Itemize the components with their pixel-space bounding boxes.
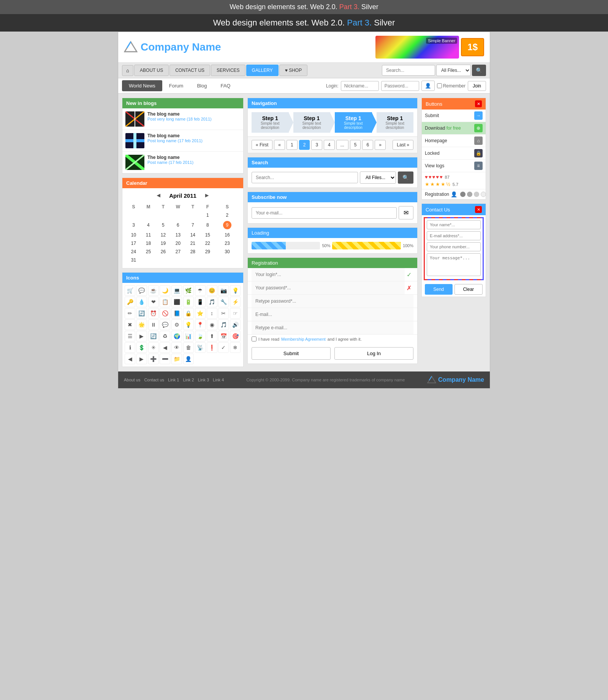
tab-blog[interactable]: Blog <box>190 80 214 91</box>
icon-clock[interactable]: ⏰ <box>148 308 159 319</box>
footer-link-2[interactable]: Link 2 <box>183 378 194 382</box>
search-mid-input[interactable] <box>252 172 358 183</box>
icon-right[interactable]: ▶ <box>136 354 147 364</box>
step-3[interactable]: Step 1 Simple text description <box>335 112 372 133</box>
nav-about-us-button[interactable]: ABOUT US <box>134 65 169 76</box>
icon-coffee[interactable]: ☕ <box>148 285 159 296</box>
icon-refresh[interactable]: 🔄 <box>136 308 147 319</box>
footer-link-contact[interactable]: Contact us <box>144 378 164 382</box>
icon-eye[interactable]: 👁 <box>171 342 182 353</box>
footer-link-1[interactable]: Link 1 <box>168 378 179 382</box>
icon-laptop[interactable]: 💻 <box>171 285 182 296</box>
icon-warning[interactable]: ❗ <box>207 342 217 353</box>
icon-calendar[interactable]: 📅 <box>218 331 229 341</box>
join-button[interactable]: Join <box>468 81 486 91</box>
icon-chat[interactable]: 💬 <box>136 285 147 296</box>
subscribe-email-input[interactable] <box>252 207 397 219</box>
icon-back[interactable]: ◀ <box>160 342 170 353</box>
icon-book[interactable]: 📘 <box>171 308 182 319</box>
cal-day[interactable]: 26 <box>156 248 171 256</box>
nav-shop-button[interactable]: ♥ SHOP <box>279 65 307 76</box>
icon-gear[interactable]: ⚙ <box>171 319 182 330</box>
page-1-button[interactable]: 1 <box>287 140 298 150</box>
icon-heart[interactable]: ❤ <box>148 297 159 307</box>
page-prev-button[interactable]: « <box>274 140 285 150</box>
viewlogs-button-item[interactable]: View logs ≡ <box>422 160 486 172</box>
icon-arrow-ud[interactable]: ↕ <box>207 308 217 319</box>
remember-label[interactable]: Remember <box>437 83 466 89</box>
tab-world-news[interactable]: World News <box>122 80 162 91</box>
icon-snow[interactable]: ❄ <box>230 342 241 353</box>
icon-drop[interactable]: 💧 <box>136 297 147 307</box>
icon-pin[interactable]: 📍 <box>195 319 206 330</box>
reg-retype-email-input[interactable] <box>252 321 413 334</box>
page-2-button[interactable]: 2 <box>299 140 310 150</box>
cal-day[interactable] <box>156 256 171 264</box>
nickname-input[interactable] <box>341 81 379 91</box>
icon-dollar[interactable]: 💲 <box>136 342 147 353</box>
search-mid-filter[interactable]: All Files... <box>360 171 396 184</box>
icon-signal[interactable]: 📡 <box>195 342 206 353</box>
icon-close[interactable]: ✖ <box>125 319 135 330</box>
homepage-button-item[interactable]: Homepage ⌂ <box>422 135 486 147</box>
icon-bulb2[interactable]: 💡 <box>183 319 194 330</box>
cal-day[interactable]: 25 <box>141 248 156 256</box>
icon-minus[interactable]: ➖ <box>160 354 170 364</box>
calendar-prev[interactable]: ◄ <box>155 192 162 199</box>
page-3-button[interactable]: 3 <box>311 140 322 150</box>
contact-clear-button[interactable]: Clear <box>454 284 483 295</box>
icon-up[interactable]: ⬆ <box>207 331 217 341</box>
cal-day[interactable]: 27 <box>171 248 185 256</box>
reg-login-button[interactable]: Log In <box>334 347 413 360</box>
cal-day[interactable] <box>141 256 156 264</box>
cal-day[interactable]: 30 <box>215 248 239 256</box>
cal-day[interactable]: 20 <box>171 239 185 248</box>
reg-email-input[interactable] <box>252 308 413 321</box>
reg-terms-checkbox[interactable] <box>252 337 256 341</box>
icon-check[interactable]: ✓ <box>218 342 229 353</box>
contact-message-input[interactable] <box>427 253 481 276</box>
icon-bolt[interactable]: ⚡ <box>230 297 241 307</box>
icon-pause[interactable]: ⏸ <box>148 319 159 330</box>
icon-finger[interactable]: ☞ <box>230 308 241 319</box>
cal-day[interactable]: 4 <box>141 219 156 231</box>
footer-link-about[interactable]: About us <box>124 378 140 382</box>
icon-cart[interactable]: 🛒 <box>125 285 135 296</box>
tab-faq[interactable]: FAQ <box>214 80 237 91</box>
contact-email-input[interactable] <box>427 231 481 240</box>
icon-clipboard[interactable]: 📋 <box>160 297 170 307</box>
cal-day[interactable] <box>200 256 215 264</box>
icon-play[interactable]: ▶ <box>136 331 147 341</box>
nav-filter-select[interactable]: All Files... <box>436 65 471 76</box>
cal-day[interactable]: 19 <box>156 239 171 248</box>
icon-target[interactable]: 🎯 <box>230 331 241 341</box>
blog-link-1[interactable]: Post very long name (18 feb 2011) <box>147 117 212 121</box>
cal-day[interactable] <box>171 256 185 264</box>
icon-square[interactable]: ⬛ <box>171 297 182 307</box>
color-dot-2[interactable] <box>467 192 472 197</box>
cal-day[interactable]: 14 <box>185 231 200 239</box>
cal-day[interactable] <box>185 211 200 219</box>
cal-day[interactable]: 31 <box>126 256 141 264</box>
icon-umbrella[interactable]: ☂ <box>195 285 206 296</box>
icon-lock[interactable]: 🔒 <box>183 308 194 319</box>
icon-wrench[interactable]: 🔧 <box>218 297 229 307</box>
cal-day[interactable]: 7 <box>185 219 200 231</box>
icon-face[interactable]: 😊 <box>207 285 217 296</box>
footer-link-3[interactable]: Link 3 <box>198 378 209 382</box>
icon-asterisk[interactable]: ✳ <box>148 342 159 353</box>
icon-key[interactable]: 🔑 <box>125 297 135 307</box>
contact-name-input[interactable] <box>427 220 481 229</box>
icon-star[interactable]: ⭐ <box>195 308 206 319</box>
page-last-button[interactable]: Last » <box>393 140 413 150</box>
cal-day[interactable]: 12 <box>156 231 171 239</box>
cal-day[interactable]: 3 <box>126 219 141 231</box>
icon-speaker[interactable]: 🔊 <box>230 319 241 330</box>
search-mid-button[interactable]: 🔍 <box>398 171 413 184</box>
cal-day[interactable]: 17 <box>126 239 141 248</box>
cal-day[interactable] <box>171 211 185 219</box>
reg-submit-button[interactable]: Submit <box>252 347 331 360</box>
icon-lightbulb[interactable]: 💡 <box>230 285 241 296</box>
reg-retype-password-input[interactable] <box>252 295 413 308</box>
cal-day[interactable]: 18 <box>141 239 156 248</box>
